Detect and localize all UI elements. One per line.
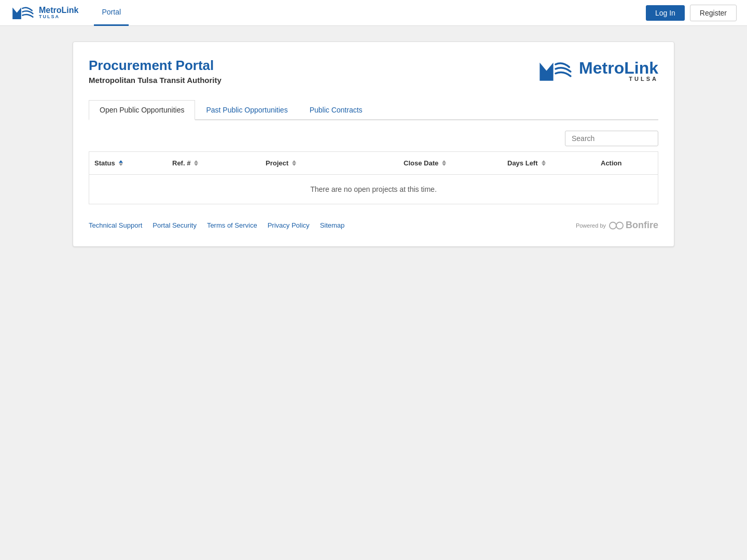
svg-point-3 — [616, 222, 623, 229]
table-header: Status Ref. # Project — [89, 152, 658, 175]
register-button[interactable]: Register — [690, 5, 737, 21]
footer-terms-of-service[interactable]: Terms of Service — [207, 221, 257, 229]
sort-status-icon — [119, 160, 123, 166]
footer-sitemap[interactable]: Sitemap — [320, 221, 345, 229]
footer-portal-security[interactable]: Portal Security — [153, 221, 197, 229]
portal-logo-metro: Metro — [579, 60, 624, 76]
portal-metrolink-logo-icon — [537, 58, 574, 83]
sort-project-icon — [292, 160, 296, 166]
portal-logo-tulsa: TULSA — [579, 76, 658, 82]
search-input[interactable] — [565, 131, 658, 146]
col-close-date[interactable]: Close Date — [398, 156, 502, 170]
svg-marker-0 — [12, 8, 21, 20]
tab-public-contracts[interactable]: Public Contracts — [299, 100, 374, 120]
portal-card: Procurement Portal Metropolitan Tulsa Tr… — [73, 41, 674, 247]
col-status[interactable]: Status — [89, 156, 167, 170]
footer-technical-support[interactable]: Technical Support — [89, 221, 142, 229]
col-action: Action — [596, 156, 658, 170]
top-navigation: MetroLink TULSA Portal Log In Register — [0, 0, 747, 26]
sort-close-date-icon — [442, 160, 446, 166]
portal-title: Procurement Portal — [89, 58, 222, 74]
nav-logo-tulsa: TULSA — [39, 15, 78, 20]
portal-logo: MetroLink TULSA — [537, 58, 658, 83]
nav-portal-link[interactable]: Portal — [94, 0, 129, 26]
metrolink-nav-logo-icon — [10, 4, 36, 22]
table-empty-message: There are no open projects at this time. — [89, 175, 658, 204]
sort-ref-icon — [194, 160, 198, 166]
nav-logo: MetroLink TULSA — [10, 4, 78, 22]
col-project[interactable]: Project — [260, 156, 398, 170]
nav-actions: Log In Register — [646, 5, 737, 21]
login-button[interactable]: Log In — [646, 5, 685, 21]
portal-title-section: Procurement Portal Metropolitan Tulsa Tr… — [89, 58, 222, 85]
powered-by-section: Powered by Bonfire — [576, 220, 658, 231]
bonfire-icon — [609, 220, 624, 231]
bonfire-logo: Bonfire — [609, 220, 658, 231]
svg-point-2 — [610, 222, 616, 229]
svg-marker-1 — [540, 63, 553, 81]
sort-days-left-icon — [542, 160, 546, 166]
col-days-left[interactable]: Days Left — [502, 156, 596, 170]
footer-privacy-policy[interactable]: Privacy Policy — [268, 221, 310, 229]
nav-logo-text: MetroLink — [39, 6, 78, 15]
portal-header: Procurement Portal Metropolitan Tulsa Tr… — [89, 58, 658, 85]
tabs-container: Open Public Opportunities Past Public Op… — [89, 100, 658, 120]
col-ref[interactable]: Ref. # — [167, 156, 260, 170]
footer-links: Technical Support Portal Security Terms … — [89, 221, 344, 229]
tab-past-opportunities[interactable]: Past Public Opportunities — [195, 100, 298, 120]
tab-open-opportunities[interactable]: Open Public Opportunities — [89, 100, 195, 120]
nav-links: Portal — [94, 0, 645, 26]
bonfire-label: Bonfire — [626, 220, 658, 231]
powered-by-label: Powered by — [576, 222, 606, 229]
search-container — [89, 131, 658, 146]
portal-logo-link: Link — [624, 60, 658, 76]
portal-subtitle: Metropolitan Tulsa Transit Authority — [89, 76, 222, 85]
portal-footer: Technical Support Portal Security Terms … — [89, 220, 658, 231]
table-container: Status Ref. # Project — [89, 151, 658, 204]
main-content: Procurement Portal Metropolitan Tulsa Tr… — [62, 26, 685, 262]
